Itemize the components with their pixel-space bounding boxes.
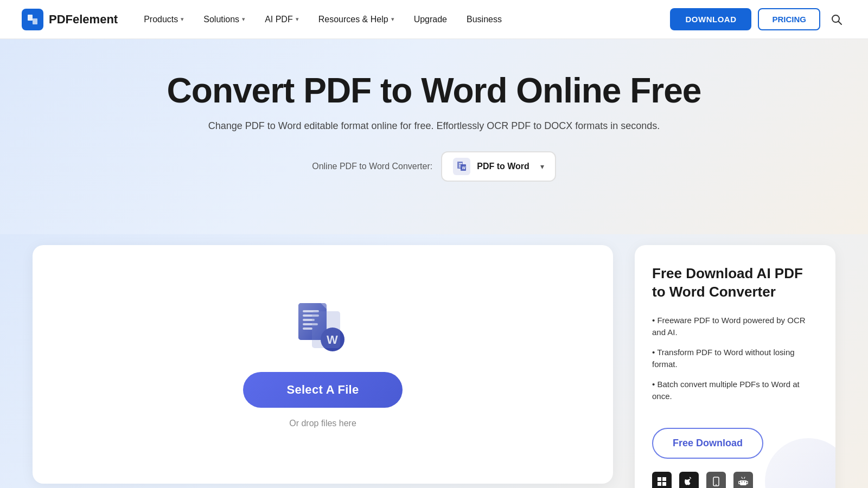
svg-rect-23 <box>658 482 661 486</box>
feature-list: Freeware PDF to Word powered by OCR and … <box>652 314 818 410</box>
converter-option: PDF to Word <box>477 162 529 171</box>
svg-text:W: W <box>462 166 466 170</box>
converter-label: Online PDF to Word Converter: <box>312 162 432 171</box>
nav-item-business[interactable]: Business <box>458 10 510 29</box>
svg-text:F: F <box>29 20 32 25</box>
side-card-title: Free Download AI PDF to Word Converter <box>652 265 818 301</box>
nav-item-products[interactable]: Products ▾ <box>135 10 193 29</box>
side-card-decoration <box>765 438 835 488</box>
nav-label-resources: Resources & Help <box>318 15 388 24</box>
pricing-button[interactable]: PRICING <box>758 8 820 30</box>
svg-rect-6 <box>459 163 462 164</box>
hero-section: Convert PDF to Word Online Free Change P… <box>0 39 868 234</box>
nav-item-resources[interactable]: Resources & Help ▾ <box>310 10 403 29</box>
nav-label-solutions: Solutions <box>203 15 239 24</box>
svg-rect-22 <box>662 477 666 481</box>
windows-icon[interactable] <box>652 472 672 488</box>
logo-text: PDFelement <box>49 12 118 27</box>
converter-icon: W <box>453 158 470 175</box>
nav-label-products: Products <box>144 15 178 24</box>
drop-zone-wrap: W Select A File Or drop files here <box>33 234 624 488</box>
logo[interactable]: F PDFelement <box>22 9 118 30</box>
svg-point-28 <box>742 481 743 482</box>
main-content: W Select A File Or drop files here Fr <box>0 234 868 488</box>
nav-right: DOWNLOAD PRICING <box>670 8 846 30</box>
nav-label-upgrade: Upgrade <box>414 15 447 24</box>
nav-item-upgrade[interactable]: Upgrade <box>405 10 456 29</box>
nav-item-solutions[interactable]: Solutions ▾ <box>195 10 254 29</box>
nav-items: Products ▾ Solutions ▾ AI PDF ▾ Resource… <box>135 10 670 29</box>
converter-chevron-icon: ▾ <box>540 162 544 171</box>
svg-rect-20 <box>312 311 340 348</box>
chevron-down-icon: ▾ <box>296 16 299 23</box>
apple-icon[interactable] <box>679 472 699 488</box>
pdf-word-icon: W <box>296 300 350 355</box>
ios-icon[interactable] <box>706 472 726 488</box>
nav-label-aipdf: AI PDF <box>265 15 293 24</box>
chevron-down-icon: ▾ <box>181 16 184 23</box>
svg-rect-1 <box>33 18 37 24</box>
svg-rect-21 <box>658 477 661 481</box>
select-file-button[interactable]: Select A File <box>243 372 402 408</box>
android-icon[interactable] <box>733 472 753 488</box>
svg-rect-17 <box>303 328 312 330</box>
svg-point-29 <box>744 481 745 482</box>
download-button[interactable]: DOWNLOAD <box>670 8 751 30</box>
nav-item-aipdf[interactable]: AI PDF ▾ <box>256 10 308 29</box>
feature-item-1: Freeware PDF to Word powered by OCR and … <box>652 314 818 339</box>
nav-label-business: Business <box>467 15 502 24</box>
side-panel: Free Download AI PDF to Word Converter F… <box>624 234 835 488</box>
drop-hint: Or drop files here <box>289 419 356 428</box>
search-button[interactable] <box>827 10 846 29</box>
feature-item-3: Batch convert multiple PDFs to Word at o… <box>652 378 818 403</box>
chevron-down-icon: ▾ <box>242 16 245 23</box>
svg-line-4 <box>839 21 842 24</box>
svg-point-26 <box>716 484 717 485</box>
hero-title: Convert PDF to Word Online Free <box>22 72 846 110</box>
navbar: F PDFelement Products ▾ Solutions ▾ AI P… <box>0 0 868 39</box>
logo-icon: F <box>22 9 43 30</box>
svg-rect-24 <box>662 482 666 486</box>
feature-item-2: Transform PDF to Word without losing for… <box>652 346 818 371</box>
free-download-button[interactable]: Free Download <box>652 428 763 459</box>
chevron-down-icon: ▾ <box>391 16 394 23</box>
converter-dropdown[interactable]: W PDF to Word ▾ <box>441 151 556 182</box>
drop-zone[interactable]: W Select A File Or drop files here <box>33 245 613 484</box>
hero-subtitle: Change PDF to Word editable format onlin… <box>22 120 846 132</box>
side-card: Free Download AI PDF to Word Converter F… <box>635 245 835 488</box>
